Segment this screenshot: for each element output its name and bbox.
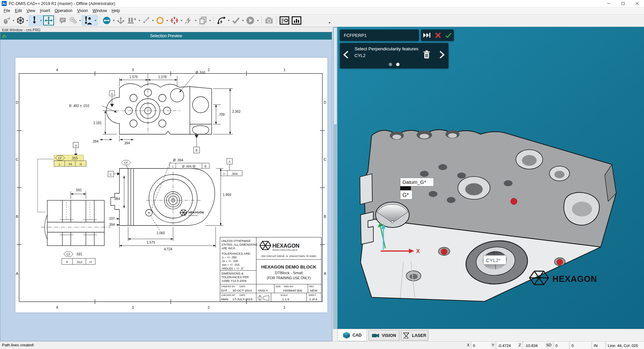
- settings-dropdown[interactable]: ▾: [78, 19, 82, 22]
- minimize-button[interactable]: [602, 0, 616, 7]
- graph-window-icon: [291, 16, 302, 25]
- probe-dropdown[interactable]: ▾: [39, 19, 43, 22]
- execute-path-button[interactable]: [215, 15, 227, 26]
- highlighted-callout[interactable]: CF .315 ⊥ .01 G H: [38, 142, 86, 212]
- wireframe-dropdown[interactable]: ▾: [25, 19, 29, 22]
- copy-pattern-button[interactable]: [198, 15, 208, 26]
- next-feature-button[interactable]: [438, 50, 445, 59]
- tb-label: CREATED BY:: [221, 285, 235, 288]
- axes-move-button[interactable]: [115, 15, 126, 26]
- wireframe-view-button[interactable]: [15, 15, 25, 26]
- axis-x-label: X: [416, 248, 420, 254]
- cad-3d-model[interactable]: X Datum_G* G* CYL2* HEXAGON: [333, 27, 644, 329]
- execute-path-dropdown[interactable]: ▾: [227, 19, 230, 22]
- probe-person-button[interactable]: [82, 15, 94, 26]
- zone-col: 2: [208, 305, 210, 309]
- menu-edit[interactable]: Edit: [12, 8, 24, 14]
- top-view[interactable]: [106, 84, 212, 134]
- datum-c-label: C: [110, 173, 112, 176]
- drawing-sheet[interactable]: 4 3 2 1 4 3 2 1 D C B A D C B A: [15, 58, 327, 312]
- circle-feature-button[interactable]: [155, 15, 165, 26]
- report-window-button[interactable]: [278, 15, 290, 26]
- play-execute-button[interactable]: [245, 15, 256, 26]
- point-path-button[interactable]: [141, 15, 151, 26]
- maximize-icon: [622, 2, 625, 5]
- graphic-display-window[interactable]: X Datum_G* G* CYL2* HEXAGON FCFPERP1: [333, 27, 644, 341]
- probe-mode-button[interactable]: [29, 15, 39, 26]
- selection-preview-viewport[interactable]: 4 3 2 1 4 3 2 1 D C B A D C B A: [0, 40, 332, 341]
- menu-insert[interactable]: Insert: [38, 8, 52, 14]
- comment-button[interactable]: [58, 15, 68, 26]
- front-view[interactable]: [111, 168, 215, 226]
- toolbar-overflow-chevron[interactable]: ▾: [329, 21, 330, 24]
- menu-vision[interactable]: Vision: [75, 8, 90, 14]
- tb-value: NEW: [310, 289, 317, 292]
- cancel-x-button[interactable]: [435, 32, 441, 38]
- projection-symbol: [258, 295, 269, 301]
- selection-preview-titlebar[interactable]: Selection Preview: [0, 32, 332, 40]
- confirm-button[interactable]: [230, 15, 241, 26]
- cf-symbol: CF: [58, 156, 62, 160]
- camera-snapshot-button[interactable]: [263, 15, 275, 26]
- title-block: UNLESS OTHERWISE STATED, ALL DIMENSIONS …: [220, 237, 321, 302]
- probe-rack-dropdown[interactable]: ▾: [138, 19, 141, 22]
- tab-cad[interactable]: CAD: [337, 329, 367, 341]
- close-button[interactable]: [630, 0, 644, 7]
- tb-label: DATE:: [239, 294, 246, 296]
- probe-rack-button[interactable]: [126, 15, 138, 26]
- accept-check-button[interactable]: [445, 33, 452, 38]
- confirm-dropdown[interactable]: ▾: [241, 19, 245, 22]
- graph-window-button[interactable]: [290, 15, 303, 26]
- target-align-button[interactable]: [169, 15, 180, 26]
- dim-text: .394: [92, 140, 99, 143]
- menu-view[interactable]: View: [24, 8, 38, 14]
- fcf-datum: H: [90, 260, 92, 264]
- pointer-mouse-icon: [3, 16, 11, 24]
- tb-label: SHEET:: [309, 294, 316, 296]
- menu-window[interactable]: Window: [90, 8, 109, 14]
- zone-col: 3: [132, 305, 134, 309]
- dim-text: 4.724: [164, 247, 172, 251]
- gears-icon: [69, 16, 77, 24]
- main-toolbar: ▾ ▾ ▾ ▾: [0, 14, 644, 27]
- probe-person-dropdown[interactable]: ▾: [94, 19, 97, 22]
- x-value: 0: [471, 342, 490, 349]
- caret-position: Line: 44, Col: 025: [606, 342, 644, 349]
- vision-camera-icon: [372, 333, 379, 338]
- settings-gears-button[interactable]: [68, 15, 78, 26]
- skip-forward-button[interactable]: [423, 33, 431, 38]
- translate-dropdown[interactable]: ▾: [112, 19, 116, 22]
- tab-vision[interactable]: VISION: [369, 330, 399, 341]
- delete-trash-button[interactable]: [423, 50, 430, 59]
- menu-file[interactable]: File: [1, 8, 12, 14]
- zone-row: A: [324, 271, 326, 276]
- engineering-drawing[interactable]: 4 3 2 1 4 3 2 1 D C B A D C B A: [15, 58, 327, 312]
- pointer-select-button[interactable]: [2, 15, 12, 26]
- dim-text: 1.969: [223, 193, 231, 197]
- tab-laser[interactable]: LASER: [401, 330, 428, 341]
- previous-feature-button[interactable]: [342, 50, 349, 59]
- quick-feature-dropdown[interactable]: ▾: [194, 19, 198, 22]
- zone-row: D: [16, 100, 18, 104]
- brand-text: HEXAGON: [189, 211, 204, 214]
- menu-operation[interactable]: Operation: [52, 8, 75, 14]
- zone-row: A: [16, 271, 18, 276]
- pan-view-button[interactable]: [43, 15, 54, 26]
- side-view[interactable]: [41, 200, 111, 246]
- pointer-dropdown[interactable]: ▾: [12, 19, 15, 22]
- edit-window-titlebar[interactable]: Edit Window - cmi.PRG: [0, 27, 332, 32]
- target-align-dropdown[interactable]: ▾: [180, 19, 183, 22]
- copy-pattern-dropdown[interactable]: ▾: [208, 19, 212, 22]
- play-dropdown[interactable]: ▾: [256, 19, 260, 22]
- fcf-symbol: ⊥: [171, 164, 174, 168]
- menu-help[interactable]: Help: [109, 8, 122, 14]
- circle-feature-dropdown[interactable]: ▾: [165, 19, 169, 22]
- quick-feature-button[interactable]: [183, 15, 194, 26]
- datum-g-label: G: [111, 92, 113, 96]
- point-path-dropdown[interactable]: ▾: [151, 19, 155, 22]
- tb-value: H009940 (kit): [283, 289, 302, 292]
- translate-tool-button[interactable]: [101, 15, 112, 26]
- maximize-button[interactable]: [616, 0, 630, 7]
- edit-window-title: Edit Window - cmi.PRG: [2, 28, 41, 32]
- dim-text: .709: [218, 113, 225, 116]
